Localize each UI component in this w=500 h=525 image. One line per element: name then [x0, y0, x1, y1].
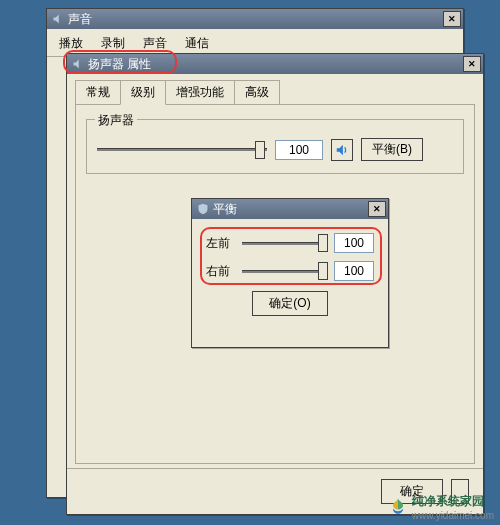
balance-row-left: 左前 100: [206, 233, 374, 253]
tab-recording[interactable]: 录制: [99, 35, 127, 52]
watermark-url: www.yidaimei.com: [412, 510, 494, 521]
shield-icon: [196, 202, 210, 216]
speaker-volume-slider[interactable]: [97, 141, 267, 159]
tab-enhancements[interactable]: 增强功能: [165, 80, 235, 105]
sound-titlebar[interactable]: 声音 ✕: [47, 9, 463, 29]
balance-slider-left[interactable]: [242, 234, 328, 252]
sound-title: 声音: [68, 11, 443, 28]
watermark: 纯净系统家园 www.yidaimei.com: [388, 493, 494, 521]
tab-levels[interactable]: 级别: [120, 80, 166, 105]
balance-title: 平衡: [213, 201, 368, 218]
tab-advanced[interactable]: 高级: [234, 80, 280, 105]
tab-general[interactable]: 常规: [75, 80, 121, 105]
balance-body: 左前 100 右前 100 确定(O): [192, 219, 388, 332]
sound-close-button[interactable]: ✕: [443, 11, 461, 27]
tab-playback[interactable]: 播放: [57, 35, 85, 52]
watermark-text: 纯净系统家园: [412, 493, 494, 510]
speaker-groupbox: 扬声器 100 平衡(B): [86, 119, 464, 174]
balance-slider-right[interactable]: [242, 262, 328, 280]
leaf-icon: [388, 497, 408, 517]
balance-window: 平衡 ✕ 左前 100 右前 100 确定(O): [191, 198, 389, 348]
properties-tabs: 常规 级别 增强功能 高级: [67, 74, 483, 105]
speaker-icon: [51, 12, 65, 26]
balance-value-right: 100: [334, 261, 374, 281]
sound-on-icon: [335, 143, 349, 157]
tab-communications[interactable]: 通信: [183, 35, 211, 52]
balance-button[interactable]: 平衡(B): [361, 138, 423, 161]
balance-titlebar[interactable]: 平衡 ✕: [192, 199, 388, 219]
speaker-legend: 扬声器: [95, 112, 137, 129]
close-icon: ✕: [448, 14, 456, 24]
close-icon: ✕: [373, 204, 381, 214]
properties-title: 扬声器 属性: [88, 56, 463, 73]
balance-ok-button[interactable]: 确定(O): [252, 291, 327, 316]
mute-button[interactable]: [331, 139, 353, 161]
balance-value-left: 100: [334, 233, 374, 253]
speaker-volume-value: 100: [275, 140, 323, 160]
balance-row-right: 右前 100: [206, 261, 374, 281]
speaker-icon: [71, 57, 85, 71]
balance-close-button[interactable]: ✕: [368, 201, 386, 217]
properties-close-button[interactable]: ✕: [463, 56, 481, 72]
balance-label-right: 右前: [206, 263, 236, 280]
tab-sounds[interactable]: 声音: [141, 35, 169, 52]
balance-label-left: 左前: [206, 235, 236, 252]
properties-titlebar[interactable]: 扬声器 属性 ✕: [67, 54, 483, 74]
close-icon: ✕: [468, 59, 476, 69]
